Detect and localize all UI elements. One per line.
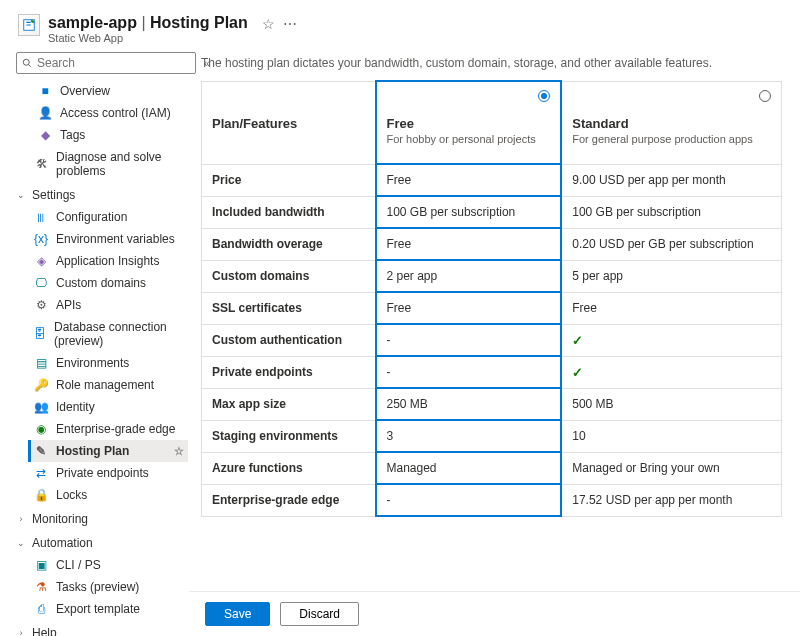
sidebar-item[interactable]: ⚙APIs — [30, 294, 188, 316]
feature-value: 100 GB per subscription — [561, 196, 781, 228]
sidebar-item[interactable]: ◉Enterprise-grade edge — [30, 418, 188, 440]
feature-label: Custom domains — [202, 260, 376, 292]
chevron-icon: › — [16, 514, 26, 524]
plan-header[interactable]: StandardFor general purpose production a… — [561, 81, 781, 164]
feature-label: Price — [202, 164, 376, 196]
sidebar-item[interactable]: 👥Identity — [30, 396, 188, 418]
feature-value: Managed — [376, 452, 562, 484]
feature-value: ✓ — [561, 324, 781, 356]
sidebar-item-label: Enterprise-grade edge — [56, 422, 175, 436]
feature-label: Included bandwidth — [202, 196, 376, 228]
feature-value: Free — [376, 228, 562, 260]
chevron-icon: ⌄ — [16, 538, 26, 548]
search-input[interactable] — [33, 56, 191, 70]
main-content: The hosting plan dictates your bandwidth… — [189, 48, 800, 636]
sidebar-item-label: Configuration — [56, 210, 127, 224]
sidebar-item[interactable]: 🔑Role management — [30, 374, 188, 396]
sidebar-group[interactable]: ›Monitoring — [16, 506, 188, 530]
sidebar-item-icon: ⎙ — [34, 602, 48, 616]
sidebar-item-icon: ■ — [38, 84, 52, 98]
sidebar-item[interactable]: ⇄Private endpoints — [30, 462, 188, 484]
sidebar-item[interactable]: 🛠Diagnose and solve problems — [16, 146, 188, 182]
chevron-icon: ⌄ — [16, 190, 26, 200]
feature-value: Free — [561, 292, 781, 324]
favorite-icon[interactable]: ☆ — [262, 16, 275, 32]
sidebar-item[interactable]: ■Overview — [16, 80, 188, 102]
feature-value: Free — [376, 164, 562, 196]
sidebar-item[interactable]: {x}Environment variables — [30, 228, 188, 250]
sidebar-item[interactable]: ◆Tags — [16, 124, 188, 146]
svg-line-3 — [29, 65, 31, 67]
sidebar-item-label: Diagnose and solve problems — [56, 150, 184, 178]
sidebar-item-icon: 🔑 — [34, 378, 48, 392]
sidebar-item-label: Tasks (preview) — [56, 580, 139, 594]
feature-value: 10 — [561, 420, 781, 452]
sidebar-item-icon: ▤ — [34, 356, 48, 370]
sidebar-item-label: Export template — [56, 602, 140, 616]
description: The hosting plan dictates your bandwidth… — [201, 56, 782, 70]
feature-value: 250 MB — [376, 388, 562, 420]
sidebar-item-icon: 🗄 — [34, 327, 46, 341]
sidebar-group[interactable]: ⌄Automation — [16, 530, 188, 554]
sidebar-item[interactable]: ⚗Tasks (preview) — [30, 576, 188, 598]
plan-radio[interactable] — [759, 90, 771, 105]
sidebar-item[interactable]: ◈Application Insights — [30, 250, 188, 272]
sidebar-item[interactable]: 🗄Database connection (preview) — [30, 316, 188, 352]
sidebar-item-icon: 👥 — [34, 400, 48, 414]
check-icon: ✓ — [572, 333, 583, 348]
feature-label: SSL certificates — [202, 292, 376, 324]
feature-value: 2 per app — [376, 260, 562, 292]
resource-type: Static Web App — [48, 32, 248, 44]
sidebar-item[interactable]: ✎Hosting Plan☆ — [30, 440, 188, 462]
feature-value: 0.20 USD per GB per subscription — [561, 228, 781, 260]
sidebar-item-label: Tags — [60, 128, 85, 142]
sidebar-item[interactable]: ▤Environments — [30, 352, 188, 374]
sidebar-item-label: Database connection (preview) — [54, 320, 184, 348]
sidebar-item-label: Environments — [56, 356, 129, 370]
feature-value: 17.52 USD per app per month — [561, 484, 781, 516]
plan-header[interactable]: FreeFor hobby or personal projects — [376, 81, 562, 164]
sidebar-item[interactable]: 👤Access control (IAM) — [16, 102, 188, 124]
sidebar-item[interactable]: ▣CLI / PS — [30, 554, 188, 576]
check-icon: ✓ — [572, 365, 583, 380]
search-input-wrap[interactable] — [16, 52, 196, 74]
search-icon — [21, 57, 33, 69]
sidebar-item-icon: 🔒 — [34, 488, 48, 502]
sidebar-item[interactable]: 🖵Custom domains — [30, 272, 188, 294]
resource-icon — [18, 14, 40, 36]
sidebar-item-icon: 👤 — [38, 106, 52, 120]
sidebar-item-label: Locks — [56, 488, 87, 502]
features-header: Plan/Features — [202, 81, 376, 164]
feature-label: Azure functions — [202, 452, 376, 484]
sidebar-item-label: Environment variables — [56, 232, 175, 246]
discard-button[interactable]: Discard — [280, 602, 359, 626]
sidebar-item[interactable]: ⎙Export template — [30, 598, 188, 620]
sidebar-group[interactable]: ⌄Settings — [16, 182, 188, 206]
sidebar-group-label: Automation — [32, 536, 93, 550]
sidebar-item-icon: 🛠 — [36, 157, 48, 171]
feature-value: - — [376, 484, 562, 516]
sidebar-item-icon: 🖵 — [34, 276, 48, 290]
save-button[interactable]: Save — [205, 602, 270, 626]
feature-value: 100 GB per subscription — [376, 196, 562, 228]
plan-radio[interactable] — [538, 90, 550, 105]
sidebar-item-icon: ⇄ — [34, 466, 48, 480]
feature-value: 9.00 USD per app per month — [561, 164, 781, 196]
more-icon[interactable]: ⋯ — [283, 16, 297, 32]
sidebar-item-icon: ✎ — [34, 444, 48, 458]
feature-value: Free — [376, 292, 562, 324]
sidebar-item[interactable]: ⫼Configuration — [30, 206, 188, 228]
sidebar-group-label: Settings — [32, 188, 75, 202]
sidebar-item-label: Private endpoints — [56, 466, 149, 480]
sidebar-item-label: Access control (IAM) — [60, 106, 171, 120]
sidebar-group[interactable]: ›Help — [16, 620, 188, 636]
feature-value: - — [376, 356, 562, 388]
sidebar-item-icon: {x} — [34, 232, 48, 246]
sidebar-item-icon: ⫼ — [34, 210, 48, 224]
pin-icon[interactable]: ☆ — [174, 445, 184, 458]
feature-value: Managed or Bring your own — [561, 452, 781, 484]
sidebar-item[interactable]: 🔒Locks — [30, 484, 188, 506]
sidebar-item-label: Application Insights — [56, 254, 159, 268]
feature-label: Staging environments — [202, 420, 376, 452]
feature-value: 500 MB — [561, 388, 781, 420]
